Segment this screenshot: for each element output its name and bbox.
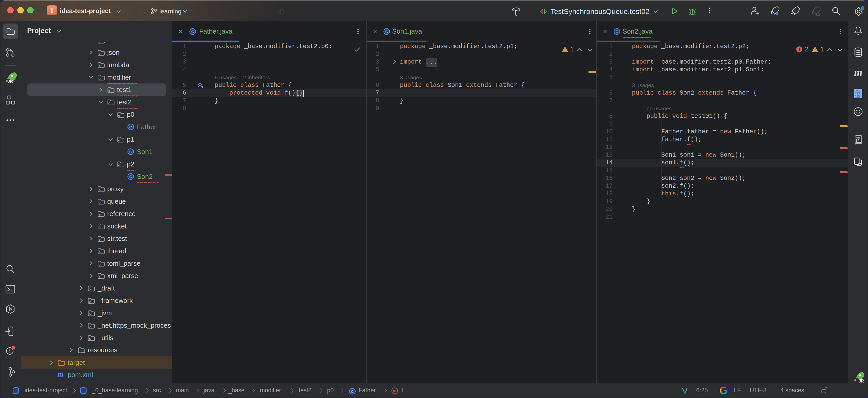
svg-text:C: C	[191, 29, 194, 34]
svg-text:C: C	[615, 29, 618, 34]
svg-text:C: C	[385, 29, 388, 34]
svg-text:JR: JR	[7, 79, 13, 84]
svg-text:C: C	[351, 389, 354, 394]
svg-text:C: C	[129, 175, 132, 179]
svg-text:C: C	[129, 125, 132, 129]
svg-text:A: A	[858, 139, 860, 142]
svg-text:C: C	[129, 150, 132, 154]
svg-text:11010: 11010	[855, 96, 860, 98]
svg-text:m: m	[393, 389, 396, 393]
